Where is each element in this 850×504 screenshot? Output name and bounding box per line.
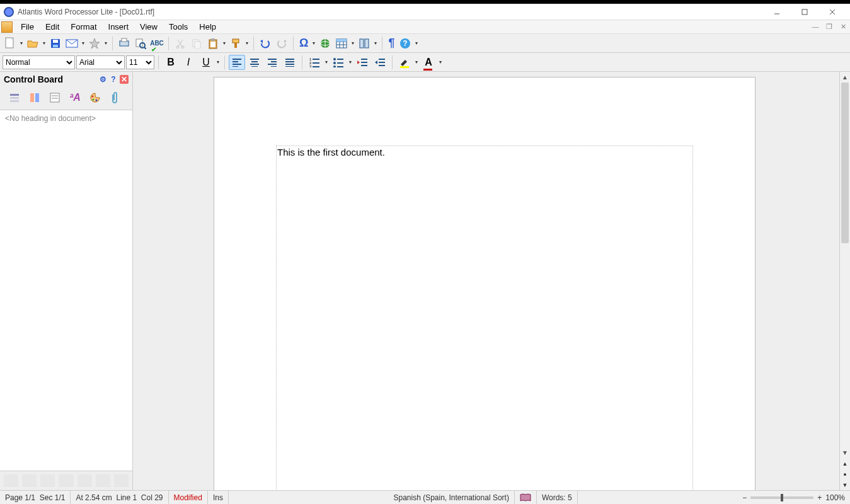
mdi-restore[interactable]: ❐: [825, 23, 834, 31]
cb-tab-headings[interactable]: [6, 89, 23, 106]
underline-dropdown[interactable]: ▾: [215, 59, 221, 65]
menu-view[interactable]: View: [134, 21, 163, 33]
minimize-button[interactable]: [763, 4, 791, 20]
symbol-button[interactable]: Ω: [297, 36, 310, 51]
hyperlink-button[interactable]: [318, 36, 333, 51]
symbol-dropdown[interactable]: ▾: [311, 40, 316, 46]
bold-button[interactable]: B: [163, 55, 179, 70]
zoom-percent[interactable]: 100%: [825, 493, 845, 502]
outdent-button[interactable]: [354, 55, 370, 70]
mdi-doc-icon[interactable]: [1, 21, 13, 33]
font-combo[interactable]: Arial: [76, 55, 125, 69]
cb-nav-prev[interactable]: [4, 474, 18, 487]
columns-button[interactable]: [357, 36, 372, 51]
menu-file[interactable]: File: [15, 21, 40, 33]
pilcrow-button[interactable]: ¶: [386, 36, 396, 51]
redo-button[interactable]: [274, 36, 289, 51]
zoom-out-button[interactable]: −: [742, 493, 747, 502]
numbered-list-button[interactable]: 123: [306, 55, 323, 70]
document-page[interactable]: This is the first document.: [214, 77, 755, 490]
fontcolor-dropdown[interactable]: ▾: [438, 59, 443, 65]
document-text[interactable]: This is the first document.: [277, 147, 385, 158]
scroll-track[interactable]: [840, 83, 850, 447]
columns-dropdown[interactable]: ▾: [373, 40, 378, 46]
indent-button[interactable]: [372, 55, 388, 70]
cut-button[interactable]: [173, 36, 188, 51]
cb-tab-styles[interactable]: ªA: [67, 89, 83, 106]
align-right-button[interactable]: [264, 55, 280, 70]
painter-dropdown[interactable]: ▾: [244, 40, 250, 46]
cb-expand[interactable]: [114, 474, 129, 487]
underline-button[interactable]: U: [198, 55, 214, 70]
cb-movedown[interactable]: [96, 474, 110, 487]
format-painter-button[interactable]: [228, 36, 243, 51]
status-insert-mode[interactable]: Ins: [208, 491, 229, 504]
paste-dropdown[interactable]: ▾: [222, 40, 227, 46]
status-book-icon[interactable]: [515, 491, 537, 504]
title-bar[interactable]: Atlantis Word Processor Lite - [Doc01.rt…: [0, 4, 850, 20]
status-page[interactable]: Page 1/1 Sec 1/1: [0, 491, 71, 504]
highlight-button[interactable]: [396, 55, 413, 70]
zoom-in-button[interactable]: +: [817, 493, 822, 502]
cb-moveup[interactable]: [78, 474, 92, 487]
favorite-button[interactable]: [87, 36, 102, 51]
scroll-thumb[interactable]: [841, 83, 849, 243]
status-language[interactable]: Spanish (Spain, International Sort): [388, 491, 514, 504]
cb-tab-sections[interactable]: [26, 89, 43, 106]
table-button[interactable]: [334, 36, 349, 51]
scroll-up-arrow[interactable]: ▲: [840, 72, 850, 83]
scroll-browse-object[interactable]: ●: [840, 469, 850, 479]
menu-help[interactable]: Help: [193, 21, 222, 33]
style-combo[interactable]: Normal: [3, 55, 75, 69]
menu-insert[interactable]: Insert: [103, 21, 135, 33]
cb-promote[interactable]: [40, 474, 55, 487]
open-dropdown[interactable]: ▾: [42, 40, 47, 46]
new-dropdown[interactable]: ▾: [19, 40, 24, 46]
close-button[interactable]: [818, 4, 846, 20]
cb-tab-lists[interactable]: [47, 89, 63, 106]
favorite-dropdown[interactable]: ▾: [103, 40, 108, 46]
gear-icon[interactable]: ⚙: [98, 75, 107, 84]
scroll-next-page[interactable]: ▼: [840, 479, 850, 490]
save-button[interactable]: [48, 36, 63, 51]
open-button[interactable]: [25, 36, 40, 51]
scroll-down-arrow[interactable]: ▼: [840, 447, 850, 458]
mail-dropdown[interactable]: ▾: [81, 40, 86, 46]
mdi-close[interactable]: ✕: [839, 23, 847, 31]
align-center-button[interactable]: [246, 55, 263, 70]
menu-edit[interactable]: Edit: [40, 21, 65, 33]
cb-nav-next[interactable]: [22, 474, 37, 487]
status-position[interactable]: At 2.54 cm Line 1 Col 29: [71, 491, 168, 504]
numlist-dropdown[interactable]: ▾: [324, 59, 329, 65]
status-words[interactable]: Words: 5: [537, 491, 578, 504]
zoom-slider[interactable]: [750, 496, 813, 499]
cb-tab-clips[interactable]: [107, 89, 123, 106]
cb-close-icon[interactable]: ✕: [120, 75, 129, 84]
table-dropdown[interactable]: ▾: [350, 40, 355, 46]
fontcolor-button[interactable]: A: [420, 55, 437, 70]
mdi-minimize[interactable]: —: [811, 23, 820, 31]
find-button[interactable]: [133, 36, 148, 51]
help-button[interactable]: ?: [398, 36, 413, 51]
paste-button[interactable]: [205, 36, 221, 51]
spellcheck-button[interactable]: ABC✔: [149, 36, 164, 51]
highlight-dropdown[interactable]: ▾: [414, 59, 419, 65]
menu-format[interactable]: Format: [65, 21, 102, 33]
print-preview-button[interactable]: [117, 36, 132, 51]
help-dropdown[interactable]: ▾: [414, 40, 419, 46]
vertical-scrollbar[interactable]: ▲ ▼ ▲ ● ▼: [839, 72, 850, 490]
editor-area[interactable]: This is the first document.: [133, 72, 839, 490]
status-modified[interactable]: Modified: [169, 491, 208, 504]
mail-button[interactable]: [64, 36, 79, 51]
menu-tools[interactable]: Tools: [163, 21, 193, 33]
justify-button[interactable]: [282, 55, 298, 70]
maximize-button[interactable]: [791, 4, 818, 20]
cb-help-icon[interactable]: ?: [109, 75, 118, 84]
new-document-button[interactable]: [3, 36, 18, 51]
cb-demote[interactable]: [59, 474, 73, 487]
italic-button[interactable]: I: [180, 55, 197, 70]
bullist-dropdown[interactable]: ▾: [348, 59, 353, 65]
cb-tab-palette[interactable]: [87, 89, 103, 106]
fontsize-combo[interactable]: 11: [126, 55, 154, 69]
align-left-button[interactable]: [229, 55, 245, 70]
